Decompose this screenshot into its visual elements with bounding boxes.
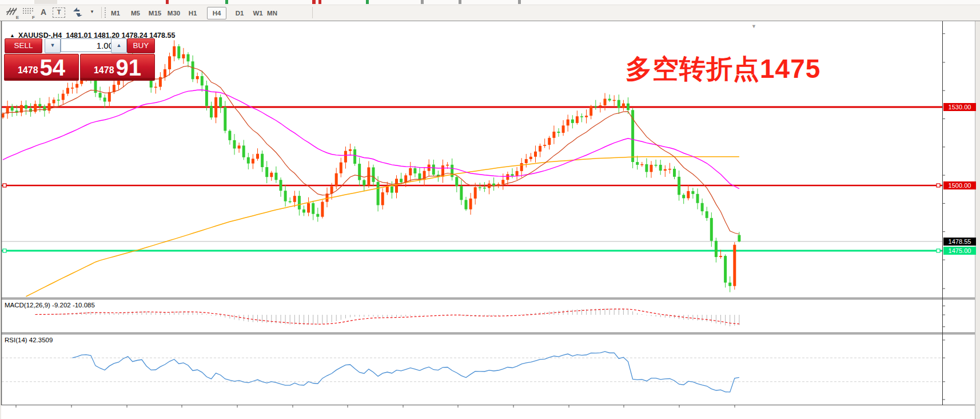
one-click-trade-panel: SELL ▼ ▲ BUY 1478 54 1478 91 — [3, 33, 156, 81]
volume-up-button[interactable]: ▲ — [111, 38, 127, 53]
sell-price-big: 54 — [40, 57, 66, 78]
price-level-tag: 1500.00 — [943, 181, 976, 189]
price-level-tag: 1530.00 — [943, 103, 976, 111]
buy-button[interactable]: BUY — [127, 38, 155, 53]
down-arrow-marker-icon[interactable]: ▼ — [751, 23, 756, 29]
sell-button[interactable]: SELL — [5, 38, 42, 53]
buy-price-main: 1478 — [94, 65, 114, 76]
hline-handle-1500[interactable] — [3, 184, 6, 187]
price-level-tag: 1475.00 — [943, 247, 976, 255]
sell-price-main: 1478 — [18, 65, 38, 76]
hline-handle-1475[interactable] — [3, 249, 6, 252]
volume-down-button[interactable]: ▼ — [45, 38, 61, 53]
macd-label: MACD(12,26,9) -9.202 -10.085 — [5, 302, 95, 309]
volume-input[interactable] — [61, 38, 117, 52]
hline-handle-1500[interactable] — [937, 184, 940, 187]
hline-handle-1475[interactable] — [937, 249, 940, 252]
buy-price-big: 91 — [116, 57, 142, 78]
rsi-label: RSI(14) 42.3509 — [5, 337, 53, 343]
buy-price-tile[interactable]: 1478 91 — [80, 54, 155, 79]
chart-title-row: ▲XAUUSD-,H4 1481.01 1481.20 1478.24 1478… — [6, 23, 175, 33]
sell-price-tile[interactable]: 1478 54 — [4, 54, 79, 79]
current-price-tag: 1478.55 — [943, 238, 976, 246]
chart-annotation-text[interactable]: 多空转折点1475 — [626, 52, 820, 87]
